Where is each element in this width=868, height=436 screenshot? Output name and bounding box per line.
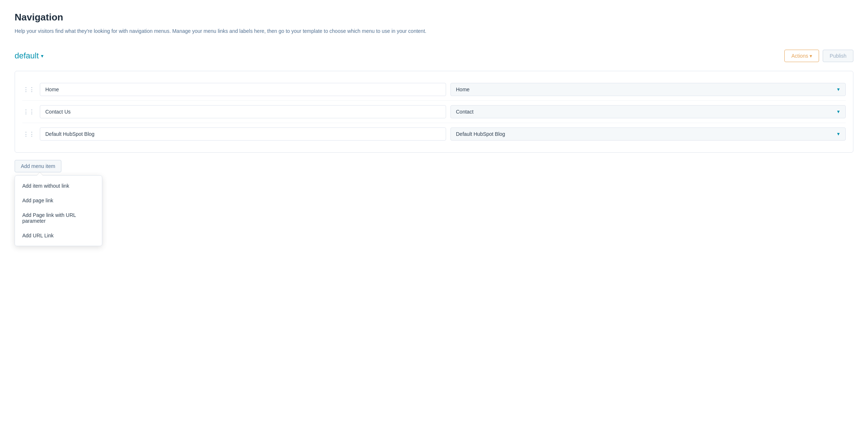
add-menu-item-button[interactable]: Add menu item — [15, 160, 61, 172]
nav-item-link-select[interactable]: HomeContactDefault HubSpot Blog — [450, 83, 846, 96]
page-title: Navigation — [15, 12, 853, 23]
header-buttons: Actions ▾ Publish — [784, 50, 853, 62]
add-menu-item-label: Add menu item — [21, 163, 55, 169]
add-menu-wrapper: Add menu item Add item without linkAdd p… — [15, 158, 61, 172]
nav-item-row: ⋮⋮HomeContactDefault HubSpot Blog▼ — [22, 79, 846, 101]
nav-items-container: ⋮⋮HomeContactDefault HubSpot Blog▼⋮⋮Home… — [15, 71, 853, 153]
drag-handle-icon[interactable]: ⋮⋮ — [22, 108, 35, 116]
page-container: Navigation Help your visitors find what … — [0, 0, 868, 184]
nav-item-select-wrapper: HomeContactDefault HubSpot Blog▼ — [450, 127, 846, 141]
nav-item-row: ⋮⋮HomeContactDefault HubSpot Blog▼ — [22, 101, 846, 123]
nav-item-label-input[interactable] — [40, 83, 446, 96]
nav-item-link-select[interactable]: HomeContactDefault HubSpot Blog — [450, 105, 846, 118]
nav-item-label-input[interactable] — [40, 105, 446, 118]
dropdown-arrow — [37, 173, 43, 176]
dropdown-menu-item[interactable]: Add item without link — [15, 179, 102, 193]
menu-name-caret: ▾ — [41, 53, 43, 59]
dropdown-menu-item[interactable]: Add URL Link — [15, 228, 102, 243]
dropdown-menu-item[interactable]: Add page link — [15, 193, 102, 208]
nav-item-link-select[interactable]: HomeContactDefault HubSpot Blog — [450, 127, 846, 141]
actions-button[interactable]: Actions ▾ — [784, 50, 819, 62]
page-subtitle: Help your visitors find what they're loo… — [15, 27, 853, 35]
nav-item-select-wrapper: HomeContactDefault HubSpot Blog▼ — [450, 105, 846, 118]
drag-handle-icon[interactable]: ⋮⋮ — [22, 130, 35, 138]
drag-handle-icon[interactable]: ⋮⋮ — [22, 85, 35, 94]
publish-button[interactable]: Publish — [823, 50, 853, 62]
menu-name-dropdown[interactable]: default ▾ — [15, 51, 43, 61]
nav-item-label-input[interactable] — [40, 127, 446, 141]
menu-header: default ▾ Actions ▾ Publish — [15, 50, 853, 62]
add-menu-dropdown: Add item without linkAdd page linkAdd Pa… — [15, 175, 102, 246]
dropdown-menu-item[interactable]: Add Page link with URL parameter — [15, 208, 102, 228]
menu-name-label: default — [15, 51, 39, 61]
nav-item-select-wrapper: HomeContactDefault HubSpot Blog▼ — [450, 83, 846, 96]
nav-item-row: ⋮⋮HomeContactDefault HubSpot Blog▼ — [22, 123, 846, 145]
